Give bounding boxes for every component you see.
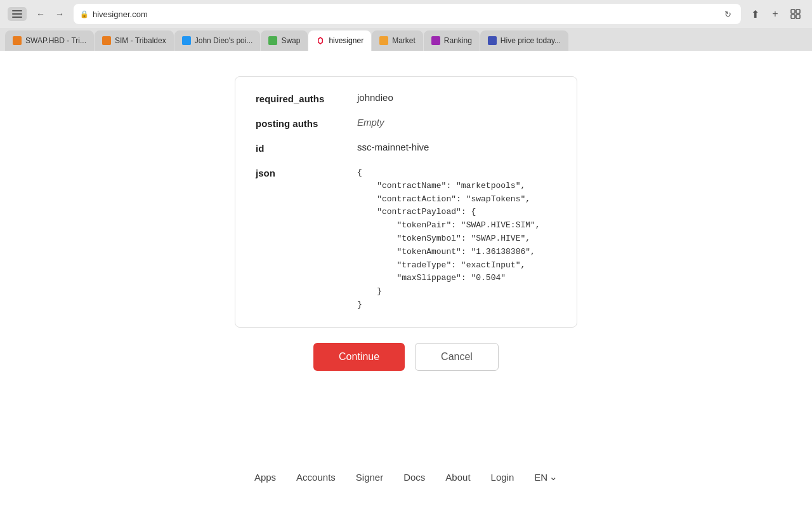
tab-favicon-swap-hbd bbox=[13, 36, 22, 45]
tab-label-john: John Dieo's poi... bbox=[195, 36, 253, 45]
tab-overview-button[interactable] bbox=[787, 5, 804, 23]
svg-rect-4 bbox=[796, 10, 800, 13]
back-button[interactable]: ← bbox=[32, 5, 49, 23]
tab-label-ranking: Ranking bbox=[444, 36, 472, 45]
address-bar[interactable]: 🔒 hivesigner.com ↻ bbox=[74, 4, 741, 24]
tab-label-hive-price: Hive price today... bbox=[501, 36, 561, 45]
tab-hivesigner[interactable]: hivesigner bbox=[308, 30, 371, 51]
share-button[interactable]: ⬆ bbox=[746, 5, 764, 23]
tab-favicon-hive-price bbox=[488, 36, 497, 45]
field-value-required-auths: johndieo bbox=[357, 92, 393, 103]
sidebar-toggle-button[interactable] bbox=[8, 7, 27, 21]
language-selector[interactable]: EN ⌄ bbox=[534, 471, 558, 483]
continue-button[interactable]: Continue bbox=[313, 343, 405, 371]
tab-swap-hbd[interactable]: SWAP.HBD - Tri... bbox=[5, 30, 94, 51]
tab-favicon-sim bbox=[102, 36, 111, 45]
titlebar: ← → 🔒 hivesigner.com ↻ ⬆ + bbox=[0, 0, 812, 28]
tab-label-swap: Swap bbox=[281, 36, 300, 45]
page-content: required_auths johndieo posting auths Em… bbox=[0, 51, 812, 508]
field-label-json: json bbox=[256, 166, 357, 178]
footer-link-signer[interactable]: Signer bbox=[356, 472, 383, 483]
footer-link-docs[interactable]: Docs bbox=[403, 472, 425, 483]
refresh-button[interactable]: ↻ bbox=[721, 7, 735, 21]
svg-rect-6 bbox=[796, 15, 800, 18]
tabs-bar: SWAP.HBD - Tri... SIM - Tribaldex John D… bbox=[0, 28, 812, 51]
svg-rect-0 bbox=[12, 10, 22, 11]
action-buttons: Continue Cancel bbox=[313, 343, 499, 371]
tab-favicon-ranking bbox=[431, 36, 440, 45]
toolbar-right: ⬆ + bbox=[746, 5, 804, 23]
forward-button[interactable]: → bbox=[51, 5, 69, 23]
tab-label-market: Market bbox=[392, 36, 416, 45]
tab-favicon-swap bbox=[268, 36, 277, 45]
nav-buttons: ← → bbox=[32, 5, 69, 23]
language-label: EN bbox=[534, 472, 547, 483]
browser-chrome: ← → 🔒 hivesigner.com ↻ ⬆ + SWAP.HB bbox=[0, 0, 812, 51]
chevron-down-icon: ⌄ bbox=[549, 471, 558, 483]
field-label-id: id bbox=[256, 142, 357, 154]
footer-link-about[interactable]: About bbox=[445, 472, 470, 483]
svg-rect-3 bbox=[791, 10, 795, 13]
field-value-id: ssc-mainnet-hive bbox=[357, 142, 429, 152]
tab-swap[interactable]: Swap bbox=[261, 30, 308, 51]
url-text: hivesigner.com bbox=[93, 10, 717, 19]
transaction-card: required_auths johndieo posting auths Em… bbox=[235, 76, 577, 328]
tab-favicon-hivesigner bbox=[316, 36, 325, 45]
tab-label-hivesigner: hivesigner bbox=[329, 36, 363, 45]
tab-label-swap-hbd: SWAP.HBD - Tri... bbox=[25, 36, 86, 45]
field-required-auths: required_auths johndieo bbox=[256, 92, 556, 104]
footer-link-apps[interactable]: Apps bbox=[254, 472, 276, 483]
field-id: id ssc-mainnet-hive bbox=[256, 142, 556, 154]
field-label-required-auths: required_auths bbox=[256, 92, 357, 104]
tab-john[interactable]: John Dieo's poi... bbox=[174, 30, 261, 51]
tab-hive-price[interactable]: Hive price today... bbox=[480, 30, 568, 51]
footer: Apps Accounts Signer Docs About Login EN… bbox=[254, 458, 558, 495]
tab-label-sim: SIM - Tribaldex bbox=[115, 36, 166, 45]
new-tab-button[interactable]: + bbox=[766, 5, 784, 23]
field-json: json { "contractName": "marketpools", "c… bbox=[256, 166, 556, 312]
lock-icon: 🔒 bbox=[80, 10, 89, 18]
tab-market[interactable]: Market bbox=[372, 30, 423, 51]
tab-favicon-market bbox=[379, 36, 388, 45]
field-value-json: { "contractName": "marketpools", "contra… bbox=[357, 166, 540, 312]
svg-rect-1 bbox=[12, 13, 22, 15]
tab-ranking[interactable]: Ranking bbox=[424, 30, 480, 51]
field-posting-auths: posting auths Empty bbox=[256, 117, 556, 129]
footer-link-accounts[interactable]: Accounts bbox=[296, 472, 336, 483]
tab-favicon-john bbox=[182, 36, 191, 45]
field-label-posting-auths: posting auths bbox=[256, 117, 357, 129]
footer-link-login[interactable]: Login bbox=[491, 472, 514, 483]
field-value-posting-auths: Empty bbox=[357, 117, 384, 128]
tab-sim-tribaldex[interactable]: SIM - Tribaldex bbox=[95, 30, 174, 51]
cancel-button[interactable]: Cancel bbox=[415, 343, 499, 371]
svg-rect-5 bbox=[791, 15, 795, 18]
svg-rect-2 bbox=[12, 17, 22, 18]
